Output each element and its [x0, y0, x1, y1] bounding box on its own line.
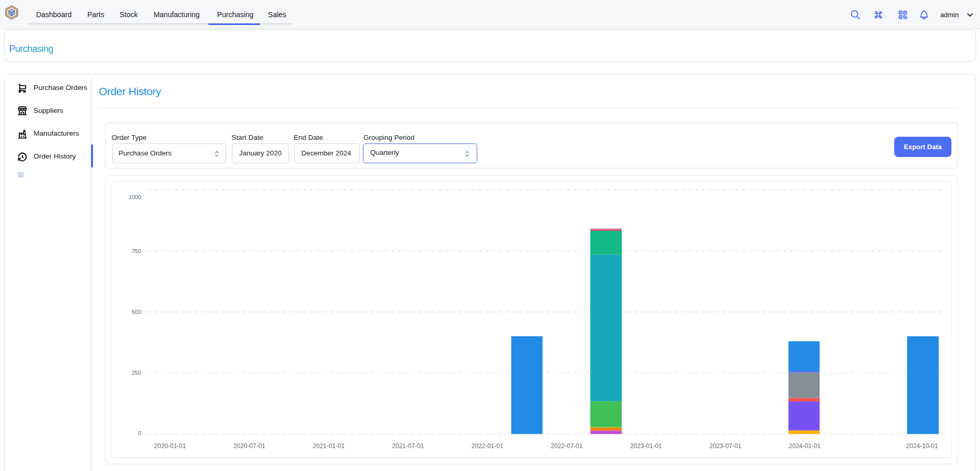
- svg-text:750: 750: [132, 248, 141, 254]
- svg-text:2021-07-01: 2021-07-01: [392, 442, 424, 450]
- svg-text:0: 0: [138, 430, 141, 436]
- svg-text:2020-01-01: 2020-01-01: [154, 442, 186, 450]
- svg-text:2023-07-01: 2023-07-01: [710, 442, 742, 450]
- svg-text:2024-01-01: 2024-01-01: [789, 442, 821, 450]
- svg-text:2022-07-01: 2022-07-01: [551, 442, 583, 450]
- svg-text:2024-10-01: 2024-10-01: [906, 442, 938, 450]
- svg-text:2022-01-01: 2022-01-01: [472, 442, 504, 450]
- svg-text:2021-01-01: 2021-01-01: [313, 442, 345, 450]
- svg-text:2023-01-01: 2023-01-01: [630, 442, 662, 450]
- svg-text:1000: 1000: [128, 194, 141, 200]
- svg-text:2020-07-01: 2020-07-01: [233, 442, 266, 450]
- svg-text:250: 250: [132, 370, 141, 376]
- svg-text:500: 500: [132, 309, 141, 315]
